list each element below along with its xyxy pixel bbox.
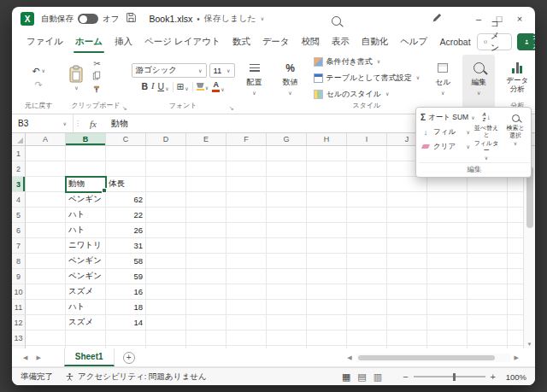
cell-H14[interactable] [307,346,347,348]
cell-I3[interactable] [347,177,387,192]
cell-D12[interactable] [146,315,186,331]
cell-E14[interactable] [186,346,226,348]
autosave-control[interactable]: 自動保存 オフ [41,14,119,25]
cell-L13[interactable] [468,331,508,346]
cell-E13[interactable] [186,331,226,346]
cell-B12[interactable]: スズメ [66,315,106,331]
cell-C8[interactable]: 58 [106,254,146,269]
cell-H1[interactable] [307,146,347,161]
column-header-B[interactable]: B [66,133,106,145]
cell-K12[interactable] [427,315,468,331]
cell-K9[interactable] [427,269,468,284]
cell-H8[interactable] [307,254,347,269]
cell-G7[interactable] [267,238,307,254]
cell-F10[interactable] [226,284,267,300]
column-header-G[interactable]: G [267,133,307,145]
cell-B5[interactable]: ハト [66,208,106,223]
sort-filter-button[interactable]: AZ↓ 並べ替えと フィルター ∨ [472,110,501,161]
cell-J4[interactable] [387,192,427,208]
cell-J9[interactable] [387,269,427,284]
paste-button[interactable]: ∨ [63,65,89,91]
data-analysis-button[interactable]: データ分析 [498,55,535,101]
cell-C13[interactable] [106,331,146,346]
cell-H13[interactable] [307,331,347,346]
cell-C7[interactable]: 31 [106,238,146,254]
tab-数式[interactable]: 数式 [226,31,256,53]
column-header-F[interactable]: F [226,133,267,145]
cell-L9[interactable] [468,269,508,284]
tab-データ[interactable]: データ [256,31,296,53]
cell-G14[interactable] [267,346,307,348]
tab-Acrobat[interactable]: Acrobat [433,31,476,53]
cell-K3[interactable] [427,177,468,192]
cell-B14[interactable] [66,346,106,348]
cell-C4[interactable]: 62 [106,192,146,208]
cell-C5[interactable]: 22 [106,208,146,223]
font-color-button[interactable]: A∨ [212,81,224,92]
cell-I5[interactable] [347,208,387,223]
editing-button[interactable]: 編集 ∨ [462,55,495,114]
fill-color-button[interactable]: ∨ [197,83,209,91]
cell-F14[interactable] [226,346,267,348]
cell-C6[interactable]: 26 [106,223,146,238]
row-header-4[interactable]: 4 [12,192,26,208]
tab-校閲[interactable]: 校閲 [296,31,326,53]
cell-B10[interactable]: スズメ [66,284,106,300]
cell-F3[interactable] [226,177,267,192]
cell-A6[interactable] [26,223,66,238]
cell-E11[interactable] [186,300,226,315]
cell-F13[interactable] [226,331,267,346]
cell-H4[interactable] [307,192,347,208]
cell-G12[interactable] [267,315,307,331]
cell-K7[interactable] [427,238,468,254]
cell-D6[interactable] [146,223,186,238]
cell-D3[interactable] [146,177,186,192]
cut-button[interactable]: ✂ [93,60,100,68]
horizontal-scrollbar[interactable]: ◀ ▶ [344,354,521,362]
row-header-3[interactable]: 3 [12,177,26,192]
cell-H9[interactable] [307,269,347,284]
zoom-slider-thumb[interactable] [453,373,456,381]
tab-ファイル[interactable]: ファイル [21,31,69,53]
add-sheet-button[interactable]: + [123,352,135,364]
cell-A11[interactable] [26,300,66,315]
cell-D2[interactable] [146,161,186,177]
cell-I2[interactable] [347,161,387,177]
cell-L5[interactable] [468,208,508,223]
tab-自動化[interactable]: 自動化 [356,31,395,53]
cell-J7[interactable] [387,238,427,254]
font-name-select[interactable]: 游ゴシック∨ [132,63,207,78]
cell-I11[interactable] [347,300,387,315]
cell-G9[interactable] [267,269,307,284]
cell-G11[interactable] [267,300,307,315]
sheet-tab-sheet1[interactable]: Sheet1 [64,348,115,366]
column-header-A[interactable]: A [26,133,66,145]
cell-A13[interactable] [26,331,66,346]
accessibility-status[interactable]: アクセシビリティ: 問題ありません [65,372,207,383]
cell-B8[interactable]: ペンギン [66,254,106,269]
cell-E12[interactable] [186,315,226,331]
cell-I10[interactable] [347,284,387,300]
cell-L7[interactable] [468,238,508,254]
cell-J13[interactable] [387,331,427,346]
cell-H6[interactable] [307,223,347,238]
row-header-1[interactable]: 1 [12,146,26,161]
italic-button[interactable]: I [151,82,155,91]
cell-G6[interactable] [267,223,307,238]
normal-view-icon[interactable]: ▦ [342,372,350,383]
cell-styles-button[interactable]: セルのスタイル∨ [310,87,393,101]
page-break-view-icon[interactable]: ▥ [373,372,382,383]
horizontal-scroll-thumb[interactable] [358,355,495,360]
cell-H7[interactable] [307,238,347,254]
tab-表示[interactable]: 表示 [326,31,356,53]
insert-function-button[interactable]: fx [82,114,104,132]
row-header-9[interactable]: 9 [12,269,26,284]
cell-D10[interactable] [146,284,186,300]
alignment-button[interactable]: 配置 ∨ [238,55,271,114]
cell-L11[interactable] [468,300,508,315]
cell-A4[interactable] [26,192,66,208]
cell-A9[interactable] [26,269,66,284]
cell-D1[interactable] [146,146,186,161]
cell-B13[interactable] [66,331,106,346]
cell-I8[interactable] [347,254,387,269]
